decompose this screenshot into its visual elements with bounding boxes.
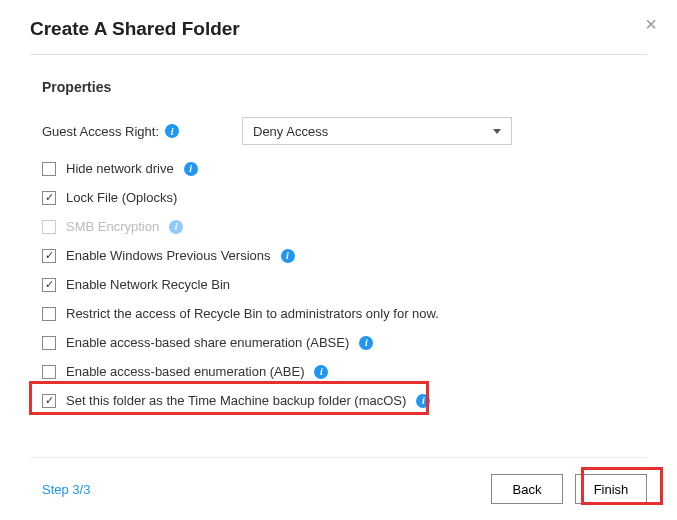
guest-access-row: Guest Access Right: i Deny Access [42, 117, 647, 145]
create-shared-folder-dialog: Create A Shared Folder × Properties Gues… [0, 0, 677, 520]
info-icon[interactable]: i [314, 365, 328, 379]
option-row: Lock File (Oplocks) [42, 190, 647, 205]
guest-access-select[interactable]: Deny Access [242, 117, 512, 145]
guest-access-selected: Deny Access [253, 124, 328, 139]
info-icon[interactable]: i [359, 336, 373, 350]
info-icon[interactable]: i [184, 162, 198, 176]
option-row: Enable Network Recycle Bin [42, 277, 647, 292]
dialog-title: Create A Shared Folder [30, 18, 647, 40]
option-row: Restrict the access of Recycle Bin to ad… [42, 306, 647, 321]
checkbox[interactable] [42, 162, 56, 176]
dialog-content: Properties Guest Access Right: i Deny Ac… [30, 55, 647, 457]
option-row: Hide network drivei [42, 161, 647, 176]
chevron-down-icon [493, 129, 501, 134]
guest-access-label-wrap: Guest Access Right: i [42, 124, 242, 139]
option-label: SMB Encryption [66, 219, 159, 234]
info-icon[interactable]: i [416, 394, 430, 408]
option-label: Hide network drive [66, 161, 174, 176]
info-icon[interactable]: i [165, 124, 179, 138]
option-label: Enable Windows Previous Versions [66, 248, 271, 263]
option-row: Enable access-based share enumeration (A… [42, 335, 647, 350]
step-indicator: Step 3/3 [42, 482, 90, 497]
dialog-header: Create A Shared Folder × [30, 0, 647, 55]
option-row: Enable access-based enumeration (ABE)i [42, 364, 647, 379]
finish-button[interactable]: Finish [575, 474, 647, 504]
checkbox[interactable] [42, 307, 56, 321]
info-icon[interactable]: i [169, 220, 183, 234]
checkbox[interactable] [42, 249, 56, 263]
option-label: Set this folder as the Time Machine back… [66, 393, 406, 408]
option-row: Enable Windows Previous Versionsi [42, 248, 647, 263]
option-label: Enable access-based enumeration (ABE) [66, 364, 304, 379]
checkbox[interactable] [42, 394, 56, 408]
form-area: Guest Access Right: i Deny Access Hide n… [30, 117, 647, 408]
checkbox[interactable] [42, 278, 56, 292]
option-row: Set this folder as the Time Machine back… [42, 393, 647, 408]
section-title: Properties [30, 79, 647, 95]
checkbox[interactable] [42, 336, 56, 350]
checkbox [42, 220, 56, 234]
checkbox[interactable] [42, 191, 56, 205]
dialog-footer: Step 3/3 Back Finish [30, 457, 647, 520]
option-label: Enable Network Recycle Bin [66, 277, 230, 292]
close-icon[interactable]: × [645, 14, 657, 34]
option-label: Restrict the access of Recycle Bin to ad… [66, 306, 439, 321]
option-label: Enable access-based share enumeration (A… [66, 335, 349, 350]
checkbox[interactable] [42, 365, 56, 379]
option-row: SMB Encryptioni [42, 219, 647, 234]
footer-buttons: Back Finish [491, 474, 647, 504]
guest-access-label: Guest Access Right: [42, 124, 159, 139]
info-icon[interactable]: i [281, 249, 295, 263]
option-label: Lock File (Oplocks) [66, 190, 177, 205]
back-button[interactable]: Back [491, 474, 563, 504]
